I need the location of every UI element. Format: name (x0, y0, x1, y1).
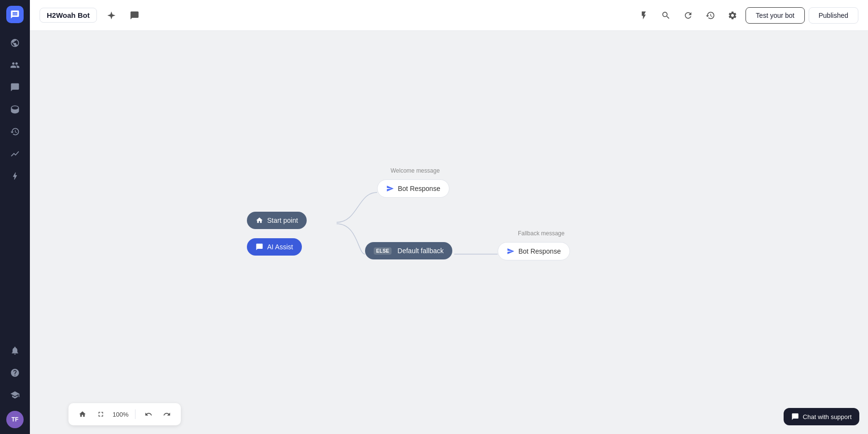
sidebar-item-database[interactable] (5, 99, 25, 120)
else-badge: ELSE (374, 247, 392, 255)
sidebar-item-inbox[interactable] (5, 77, 25, 97)
bot-response-node-1[interactable]: Bot Response (377, 179, 449, 198)
welcome-message-label: Welcome message (391, 167, 440, 174)
sidebar-item-help[interactable] (5, 363, 25, 383)
fallback-message-label: Fallback message (518, 230, 565, 237)
chat-support-label: Chat with support (803, 413, 852, 420)
default-fallback-node[interactable]: ELSE Default fallback (365, 242, 452, 259)
search-icon-button[interactable] (657, 6, 675, 25)
sidebar-item-integrations[interactable] (5, 166, 25, 186)
undo-button[interactable] (141, 407, 156, 421)
history-icon-button[interactable] (701, 6, 719, 25)
ai-assist-node[interactable]: AI Assist (247, 238, 302, 256)
refresh-icon-button[interactable] (679, 6, 697, 25)
sidebar-item-history[interactable] (5, 122, 25, 142)
avatar[interactable]: TF (6, 411, 24, 428)
sparkle-button[interactable] (103, 7, 120, 24)
home-toolbar-button[interactable] (75, 407, 90, 421)
sidebar-logo (6, 6, 24, 23)
sidebar: TF (0, 0, 30, 434)
canvas-connections (30, 31, 868, 434)
expand-toolbar-button[interactable] (94, 407, 108, 421)
chat-with-support[interactable]: Chat with support (784, 408, 859, 425)
canvas: Welcome message Bot Response Start point… (30, 31, 868, 434)
sidebar-item-conversations[interactable] (5, 33, 25, 53)
sidebar-item-contacts[interactable] (5, 55, 25, 75)
test-bot-button[interactable]: Test your bot (746, 7, 804, 24)
lightning-icon-button[interactable] (635, 6, 653, 25)
main-content: H2Woah Bot Test your bot (30, 0, 868, 434)
settings-icon-button[interactable] (723, 6, 742, 25)
sidebar-item-learn[interactable] (5, 385, 25, 405)
published-button[interactable]: Published (809, 7, 859, 24)
bot-name[interactable]: H2Woah Bot (40, 8, 97, 23)
header: H2Woah Bot Test your bot (30, 0, 868, 31)
header-right-actions: Test your bot Published (635, 6, 858, 25)
redo-button[interactable] (160, 407, 174, 421)
sidebar-item-notifications[interactable] (5, 340, 25, 361)
zoom-level: 100% (112, 411, 129, 418)
bot-response-node-2[interactable]: Bot Response (498, 242, 570, 260)
toolbar-divider (135, 409, 136, 419)
bottom-toolbar: 100% (68, 403, 181, 425)
start-point-node[interactable]: Start point (247, 212, 307, 229)
sidebar-item-analytics[interactable] (5, 144, 25, 164)
chat-icon-button[interactable] (126, 7, 143, 24)
